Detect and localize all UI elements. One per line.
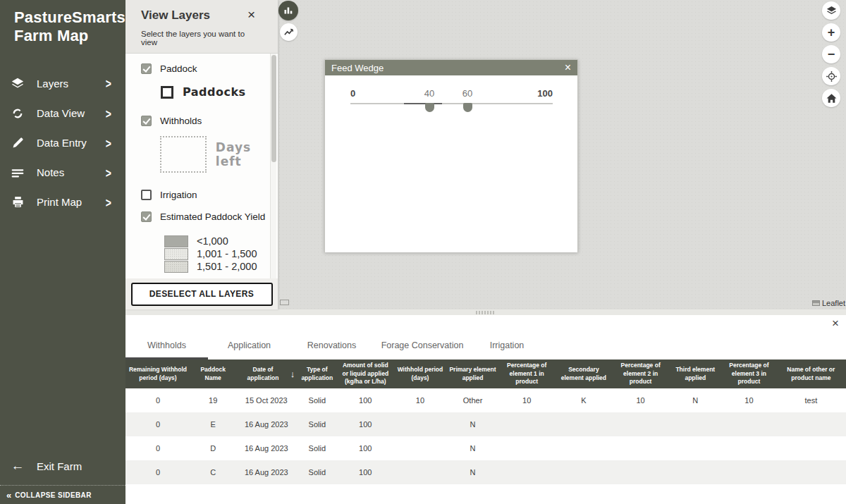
- drag-handle-icon[interactable]: [476, 311, 496, 314]
- map-canvas[interactable]: + − Feed Wedge × 0 40 60 100 Leaflet: [278, 0, 846, 309]
- table-row[interactable]: 0D16 Aug 2023Solid100N: [125, 436, 846, 460]
- column-header[interactable]: Name of other or product name: [776, 359, 846, 388]
- layers-control-button[interactable]: [822, 1, 840, 20]
- sidebar-item-layers[interactable]: Layers >: [0, 69, 125, 99]
- column-header[interactable]: Percentage of element 1 in product: [498, 359, 555, 388]
- table-cell: 10: [393, 388, 447, 412]
- locate-icon: [826, 70, 838, 82]
- table-cell: [722, 412, 776, 436]
- table-cell: [555, 412, 613, 436]
- table-cell: C: [190, 460, 235, 484]
- table-cell: 16 Aug 2023: [235, 460, 297, 484]
- table-row[interactable]: 01915 Oct 2023Solid10010Other10K10N10tes…: [125, 388, 846, 412]
- sidebar-item-print-map[interactable]: Print Map >: [0, 188, 125, 217]
- close-icon[interactable]: ×: [832, 317, 839, 329]
- sidebar-item-data-view[interactable]: Data View >: [0, 99, 125, 128]
- app-title: PastureSmarts Farm Map: [0, 0, 125, 45]
- sidebar-item-label: Notes: [37, 166, 64, 178]
- table-cell: 100: [337, 412, 393, 436]
- zoom-in-button[interactable]: +: [822, 23, 840, 42]
- deselect-all-layers-button[interactable]: DESELECT ALL LAYERS: [131, 283, 273, 306]
- column-header[interactable]: Paddock Name: [190, 359, 235, 388]
- tab-forage-conservation[interactable]: Forage Conservation: [373, 340, 472, 359]
- close-icon[interactable]: ×: [247, 8, 255, 21]
- table-cell: 19: [190, 388, 235, 412]
- feed-wedge-titlebar[interactable]: Feed Wedge ×: [325, 60, 577, 75]
- sidebar-item-data-entry[interactable]: Data Entry >: [0, 128, 125, 158]
- chevron-right-icon: >: [106, 106, 111, 121]
- view-layers-subtitle: Select the layers you want to view: [141, 30, 262, 47]
- column-header[interactable]: Percentage of element 2 in product: [613, 359, 669, 388]
- column-header[interactable]: Remaining Withhold period (days): [125, 359, 190, 388]
- table-cell: N: [447, 436, 499, 460]
- layer-label: Irrigation: [160, 190, 197, 200]
- exit-farm-button[interactable]: ← Exit Farm: [0, 455, 125, 477]
- table-cell: 16 Aug 2023: [235, 412, 297, 436]
- sidebar-item-notes[interactable]: Notes >: [0, 158, 125, 188]
- column-header[interactable]: Primary element applied: [447, 359, 499, 388]
- panel-scrollbar[interactable]: [270, 54, 276, 278]
- view-layers-list: Paddock Paddocks Withholds Days left Irr…: [125, 54, 278, 278]
- locate-button[interactable]: [822, 67, 840, 85]
- table-cell: 0: [125, 460, 190, 484]
- chevron-right-icon: >: [106, 166, 111, 180]
- home-button[interactable]: [822, 89, 840, 107]
- yield-legend: <1,000 1,001 - 1,500 1,501 - 2,000: [164, 235, 278, 273]
- layer-checkbox-estimated-paddock-yield[interactable]: Estimated Paddock Yield: [141, 211, 278, 222]
- layer-checkbox-withholds[interactable]: Withholds: [141, 116, 278, 126]
- legend-row: 1,501 - 2,000: [164, 260, 278, 273]
- feed-wedge-dialog: Feed Wedge × 0 40 60 100: [324, 59, 578, 252]
- layer-label: Paddock: [160, 63, 197, 74]
- trend-line-button[interactable]: [280, 23, 298, 41]
- table-row[interactable]: 0C16 Aug 2023Solid100N: [125, 460, 846, 484]
- withholds-legend-sample: Days left: [160, 136, 278, 173]
- app-title-line2: Farm Map: [14, 27, 125, 45]
- column-header[interactable]: Amount of solid or liquid applied (kg/ha…: [337, 359, 393, 388]
- column-header[interactable]: Date of application↓: [235, 359, 297, 388]
- column-header[interactable]: Withhold period (days): [393, 359, 447, 388]
- table-cell: [393, 436, 447, 460]
- trend-line-icon: [283, 27, 294, 37]
- bar-chart-button[interactable]: [278, 1, 298, 20]
- column-header[interactable]: Type of application: [297, 359, 337, 388]
- table-cell: [668, 412, 722, 436]
- scrollbar-thumb[interactable]: [271, 55, 276, 162]
- table-cell: [722, 436, 776, 460]
- withholds-table: Remaining Withhold period (days)Paddock …: [125, 359, 846, 484]
- close-icon[interactable]: ×: [565, 62, 571, 73]
- view-layers-title: View Layers: [141, 8, 262, 23]
- collapse-sidebar-button[interactable]: « COLLAPSE SIDEBAR: [0, 485, 125, 504]
- table-cell: N: [447, 412, 499, 436]
- column-header[interactable]: Percentage of element 3 in product: [722, 359, 776, 388]
- column-header[interactable]: Secondary element applied: [555, 359, 613, 388]
- slider-track[interactable]: [350, 103, 553, 104]
- column-header[interactable]: Third element applied: [668, 359, 722, 388]
- table-cell: N: [668, 388, 722, 412]
- tab-application[interactable]: Application: [208, 340, 290, 359]
- layer-checkbox-paddock[interactable]: Paddock: [141, 63, 278, 74]
- table-cell: 0: [125, 436, 190, 460]
- leaflet-attribution[interactable]: Leaflet: [812, 299, 845, 307]
- slider-handle-high[interactable]: [463, 103, 472, 112]
- feed-wedge-title: Feed Wedge: [331, 63, 384, 73]
- table-cell: [555, 436, 613, 460]
- tab-withholds[interactable]: Withholds: [125, 340, 208, 359]
- table-cell: [668, 436, 722, 460]
- yield-swatch-1501-2000: [164, 261, 188, 273]
- layer-checkbox-irrigation[interactable]: Irrigation: [141, 190, 278, 200]
- tab-renovations[interactable]: Renovations: [290, 340, 373, 359]
- table-cell: 10: [498, 388, 555, 412]
- slider-handle-low[interactable]: [425, 103, 434, 112]
- table-cell: K: [555, 388, 613, 412]
- table-cell: [498, 412, 555, 436]
- legend-label: <1,000: [197, 235, 228, 247]
- collapse-sidebar-label: COLLAPSE SIDEBAR: [15, 491, 92, 499]
- table-cell: [668, 460, 722, 484]
- tab-irrigation[interactable]: Irrigation: [472, 340, 542, 359]
- zoom-out-button[interactable]: −: [822, 45, 840, 63]
- checkbox-checked-icon: [141, 116, 152, 126]
- legend-label: 1,001 - 1,500: [197, 248, 257, 259]
- table-row[interactable]: 0E16 Aug 2023Solid100N: [125, 412, 846, 436]
- view-layers-panel: View Layers × Select the layers you want…: [125, 0, 278, 309]
- attribution-toggle-icon[interactable]: [280, 300, 289, 305]
